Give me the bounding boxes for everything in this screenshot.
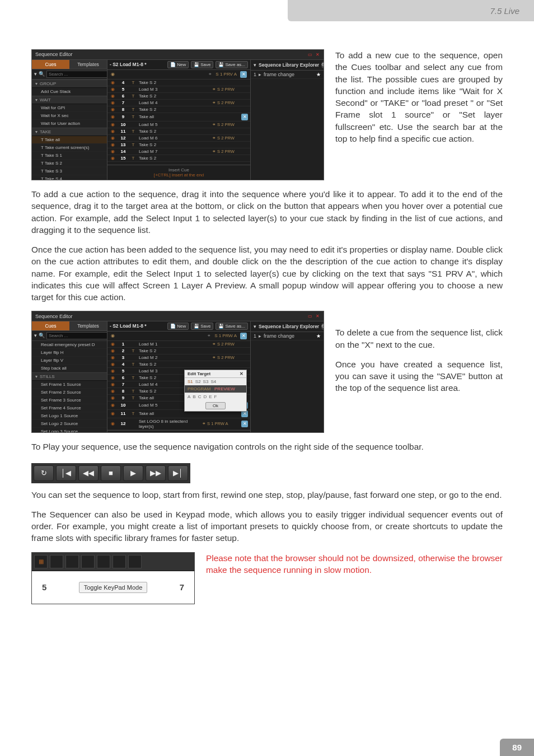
keypad-grid-icon[interactable]: ▦ xyxy=(34,555,48,568)
cue-item[interactable]: Set Frame 3 Source xyxy=(32,396,107,404)
sequence-row[interactable]: ◉8TTake S 2 xyxy=(107,106,250,113)
eye-icon[interactable]: ◉ xyxy=(110,149,115,154)
play-button[interactable]: ▶ xyxy=(123,465,143,481)
collapse-icon[interactable]: ▾ xyxy=(34,71,37,77)
library-item[interactable]: 1 ▸ frame change ★ xyxy=(251,71,324,79)
sequence-row[interactable]: ◉15TTake S 2 xyxy=(107,155,250,162)
minimize-icon[interactable]: ▭ xyxy=(307,52,313,58)
cue-item[interactable]: Wait for User action xyxy=(32,120,107,128)
save-button[interactable]: 💾 Save xyxy=(191,323,213,330)
start-button[interactable]: │◀ xyxy=(56,465,76,481)
tab-templates[interactable]: Templates xyxy=(69,321,107,330)
sequence-row[interactable]: ◉13TTake S 2 xyxy=(107,142,250,148)
toggle-keypad-button[interactable]: Toggle KeyPad Mode xyxy=(79,582,148,593)
popup-screen-option[interactable]: S3 xyxy=(203,379,209,384)
cue-item[interactable]: Add Cue Stack xyxy=(32,88,107,96)
cue-item[interactable]: Recall emergency preset D xyxy=(32,341,107,349)
cue-item[interactable]: Set Frame 2 Source xyxy=(32,389,107,396)
eye-icon[interactable]: ◉ xyxy=(110,421,115,426)
cue-item[interactable]: T Take S 4 xyxy=(32,175,107,180)
cue-item[interactable]: Layer flip V xyxy=(32,357,107,365)
eye-icon[interactable]: ◉ xyxy=(110,389,115,394)
eye-icon[interactable]: ◉ xyxy=(110,395,115,400)
sequence-row[interactable]: ◉5Load M 3⚭ S 2 PRW xyxy=(107,86,250,93)
popup-layer-option[interactable]: A xyxy=(188,394,190,399)
eye-icon[interactable]: ◉ xyxy=(110,411,115,416)
cue-item[interactable]: T Take S 1 xyxy=(32,152,107,160)
close-icon[interactable]: ✕ xyxy=(315,52,320,58)
minimize-icon[interactable]: ▭ xyxy=(307,314,313,319)
row-delete-button[interactable]: ✕ xyxy=(241,114,248,120)
eye-icon[interactable]: ◉ xyxy=(110,80,115,85)
cue-item[interactable]: Wait for X sec xyxy=(32,112,107,120)
close-icon[interactable]: ✕ xyxy=(315,314,320,319)
cue-item[interactable]: Set Logo 1 Source xyxy=(32,412,107,420)
loop-button[interactable]: ↻ xyxy=(34,465,54,481)
new-button[interactable]: 📄 New xyxy=(167,61,189,68)
cue-group-header[interactable]: ▾ TAKE xyxy=(32,128,107,136)
sequence-row[interactable]: ◉14Load M 7⚭ S 2 PRW xyxy=(107,148,250,155)
star-icon[interactable]: ★ xyxy=(316,333,321,339)
sequence-drop-area-2[interactable]: Drag to add xyxy=(107,430,250,432)
sequence-row[interactable]: ◉2TTake S 2 xyxy=(107,348,250,354)
eye-icon[interactable]: ◉ xyxy=(110,403,115,408)
cue-item[interactable]: Set Frame 1 Source xyxy=(32,381,107,389)
popup-layer-option[interactable]: B xyxy=(193,394,195,399)
keypad-slot[interactable] xyxy=(128,555,142,568)
collapse-icon[interactable]: ▾ xyxy=(34,333,37,338)
eye-icon[interactable]: ◉ xyxy=(110,136,115,141)
eye-icon[interactable]: ◉ xyxy=(110,100,115,105)
cue-item[interactable]: Set Frame 4 Source xyxy=(32,404,107,412)
cue-item[interactable]: Set Logo 3 Source xyxy=(32,428,107,432)
chevron-down-icon[interactable]: ▾ xyxy=(254,62,256,68)
eye-icon[interactable]: ◉ xyxy=(110,355,115,360)
eye-icon[interactable]: ◉ xyxy=(110,382,115,387)
keypad-slot[interactable] xyxy=(50,555,63,568)
cue-item[interactable]: Wait for GPI xyxy=(32,104,107,112)
tab-cues[interactable]: Cues xyxy=(32,321,69,330)
row-delete-button[interactable]: ✕ xyxy=(241,421,248,427)
cue-item[interactable]: T Take S 2 xyxy=(32,160,107,167)
eye-icon[interactable]: ◉ xyxy=(110,87,115,92)
chevron-down-icon[interactable]: ▾ xyxy=(254,324,256,329)
cue-group-header[interactable]: ▾ WAIT xyxy=(32,96,107,104)
sequence-row[interactable]: ◉12Set LOGO 8 in selecterd layer(s)⚭ S 1… xyxy=(107,418,250,430)
cue-item[interactable]: Set Logo 2 Source xyxy=(32,420,107,428)
popup-screen-option[interactable]: S2 xyxy=(195,379,201,384)
end-button[interactable]: ▶│ xyxy=(168,465,188,481)
popup-layer-option[interactable]: E xyxy=(209,394,212,399)
popup-screen-option[interactable]: S4 xyxy=(210,379,216,384)
popup-layer-option[interactable]: D xyxy=(203,394,207,399)
library-item[interactable]: 1 ▸ frame change ★ xyxy=(251,332,324,340)
save-as-button[interactable]: 💾 Save as... xyxy=(216,61,248,68)
eye-icon[interactable]: ◉ xyxy=(110,342,115,347)
delete-cue-button[interactable]: ✕ xyxy=(240,71,247,78)
sequence-row[interactable]: ◉1Load M 1⚭ S 2 PRW xyxy=(107,341,250,348)
eye-icon[interactable]: ◉ xyxy=(110,362,115,367)
search-input[interactable] xyxy=(46,71,107,78)
popup-preview[interactable]: PREVIEW xyxy=(214,386,235,391)
new-button[interactable]: 📄 New xyxy=(167,323,189,330)
popup-ok-button[interactable]: Ok xyxy=(205,402,226,409)
cue-item[interactable]: T Take current screen(s) xyxy=(32,144,107,152)
keypad-slot[interactable] xyxy=(81,555,95,568)
cue-item[interactable]: Step back all xyxy=(32,365,107,372)
rewind-button[interactable]: ◀◀ xyxy=(78,465,99,481)
stop-button[interactable]: ■ xyxy=(101,465,121,481)
sequence-row[interactable]: ◉12Load M 6⚭ S 2 PRW xyxy=(107,135,250,142)
star-icon[interactable]: ★ xyxy=(316,72,321,77)
cue-item[interactable]: Layer flip H xyxy=(32,349,107,357)
eye-icon[interactable]: ◉ xyxy=(110,348,115,353)
tab-cues[interactable]: Cues xyxy=(32,60,69,69)
tab-templates[interactable]: Templates xyxy=(69,60,107,69)
popup-layer-option[interactable]: C xyxy=(198,394,202,399)
eye-icon[interactable]: ◉ xyxy=(110,114,115,119)
eye-icon[interactable]: ◉ xyxy=(110,368,115,374)
keypad-slot[interactable] xyxy=(65,555,79,568)
cue-item[interactable]: T Take all xyxy=(32,136,107,144)
popup-layer-option[interactable]: F xyxy=(214,394,217,399)
search-input[interactable] xyxy=(46,332,107,339)
gear-icon[interactable]: ⚙ xyxy=(321,62,324,68)
sequence-row[interactable]: ◉11TTake S 2 xyxy=(107,128,250,135)
sequence-row[interactable]: ◉3Load M 2⚭ S 2 PRW xyxy=(107,354,250,361)
